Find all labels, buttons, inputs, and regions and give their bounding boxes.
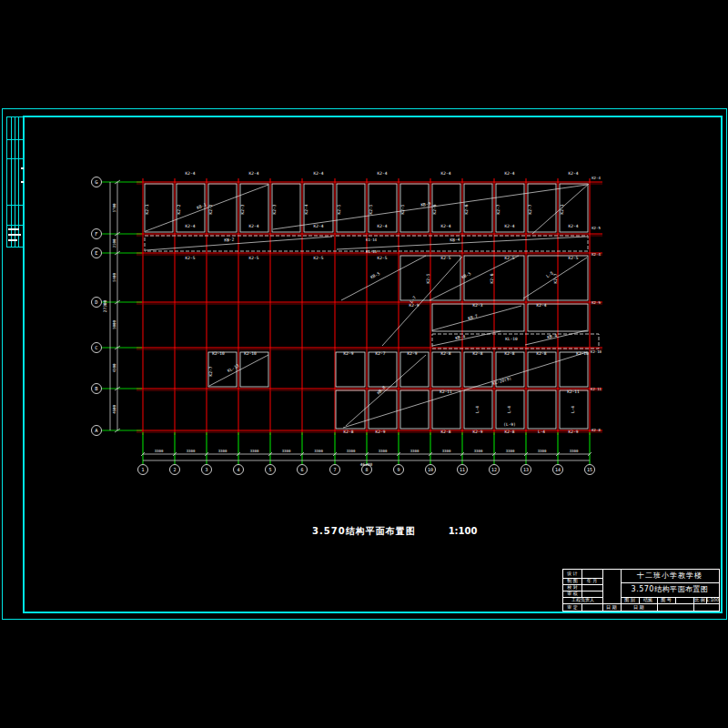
beam-label: K2-5 (441, 256, 451, 260)
dim-text: 3300 (282, 449, 291, 453)
beam-label: K2-4 (569, 171, 579, 176)
beam-label: K2-4 (505, 224, 515, 228)
col-axis-label: 4 (237, 467, 239, 472)
dim-text: 3300 (474, 449, 483, 453)
beam-label: K2-4 (378, 224, 388, 228)
dim-text: 2100 (112, 238, 116, 248)
tb-drawing-title: 3.570结构平面布置图 (621, 582, 719, 598)
beam-label: K2-11 (567, 389, 580, 394)
beam-label: K2-8 (505, 351, 515, 356)
caption-title: 3.570结构平面布置图 (312, 526, 416, 536)
beam-outline (336, 390, 365, 429)
col-axis-label: 8 (365, 467, 368, 472)
beam-label: K2-5 (337, 204, 341, 214)
beam-label: K2-5 (426, 273, 430, 283)
beam-label: KB-9 (420, 201, 431, 207)
beam-outline (560, 352, 588, 387)
beam-label: K2-5 (249, 256, 259, 260)
beam-label: K2-8 (441, 351, 451, 356)
beam-label: K2-10 (591, 349, 602, 354)
beam-label: K2-4 (505, 171, 515, 176)
beam-label: K2-10 (576, 351, 589, 356)
beam-label: K2-4 (441, 171, 451, 176)
dim-text: 3300 (570, 449, 579, 453)
beam-label: K2-4 (592, 252, 601, 257)
beam-label: K2-9 (569, 430, 579, 434)
beam-label: K2-3 (473, 303, 483, 308)
beam-label: KB-7 (468, 314, 479, 321)
beam-label: K2-9 (410, 303, 420, 308)
tb-cell (693, 603, 719, 611)
tb-project-name: 十二班小学教学楼 (621, 570, 719, 583)
beam-label: K2-8 (344, 430, 354, 434)
beam-outline (400, 390, 429, 429)
beam-label: L-4 (571, 406, 575, 413)
beam-label: K2-8 (473, 351, 483, 356)
beam-outline (369, 390, 397, 429)
row-axis-label: G (95, 179, 97, 185)
beam-label: (L-9) (503, 422, 516, 427)
beam-label: K2-4 (592, 176, 601, 180)
dim-text: 3300 (379, 449, 388, 453)
beam-label: K2-7 (208, 366, 213, 376)
tb-approve-label: 审 定 (563, 603, 582, 611)
beam-label: K2-2 (177, 204, 181, 214)
beam-label: K2-9 (592, 300, 601, 305)
beam-outline (400, 352, 429, 387)
col-axis-label: 9 (397, 467, 399, 472)
row-axis-label: D (95, 299, 97, 305)
dim-text: 4600 (112, 405, 116, 414)
beam-label: K2-4 (441, 224, 451, 228)
beam-label: K2-4 (249, 171, 259, 176)
col-axis-label: 14 (555, 467, 561, 472)
dim-text: 3300 (250, 449, 259, 453)
beam-label: KB-2 (224, 238, 234, 243)
beam-label: K2-5 (314, 256, 324, 260)
diagonal-beam-line (432, 331, 500, 346)
col-axis-label: 12 (491, 467, 497, 472)
beam-label: L-4 (507, 406, 511, 413)
structural-plan-drawing: 3300330033003300330033003300330033003300… (0, 0, 728, 728)
col-axis-label: 13 (523, 467, 529, 472)
beam-outline (432, 390, 460, 429)
row-axis-label: C (95, 345, 97, 350)
beam-label: K2-4 (569, 224, 579, 228)
beam-label: K2-4 (537, 303, 547, 308)
title-block: 设 计 制 图 年 月 校 对 审 核 工程负责人 审 定 日 期 十二班小学教… (562, 569, 720, 612)
beam-label: K2-8 (537, 351, 547, 356)
beam-outline (528, 390, 556, 429)
dim-text: 4500 (112, 363, 116, 372)
row-axis-label: B (95, 386, 98, 391)
diagonal-beam-line (382, 257, 462, 346)
dim-text: 3300 (314, 449, 323, 453)
beam-label: K2-9 (376, 430, 386, 434)
beam-label: K2-1 (145, 204, 149, 214)
beam-label: K2-9 (408, 351, 418, 356)
beam-label: L-4 (538, 430, 545, 434)
beam-label: K2-9 (344, 351, 354, 356)
beam-label: K2-5 (369, 204, 373, 214)
dim-text: 3300 (410, 449, 420, 453)
beam-label: KB-5 (369, 271, 380, 280)
row-axis-label: E (95, 250, 97, 256)
dim-text: 5000 (112, 320, 116, 329)
beam-outline (432, 352, 460, 387)
beam-label: K2-7 (496, 204, 500, 214)
dim-text: 3300 (506, 449, 515, 453)
col-axis-label: 5 (268, 467, 271, 472)
beam-label: K2-4 (186, 171, 196, 176)
tb-strip-label: 日 期 (621, 603, 658, 611)
beam-label: K2-8 (505, 430, 515, 434)
dim-text: 3300 (442, 449, 451, 453)
beam-label: K2-5 (400, 204, 405, 214)
beam-label: KL-20(9) (491, 376, 511, 386)
drawing-caption: 3.570结构平面布置图1:100 (312, 525, 477, 538)
beam-label: K2-5 (186, 256, 196, 260)
dim-total-text: 46200 (360, 462, 373, 467)
col-axis-label: 10 (428, 467, 433, 472)
beam-label: K2-11 (440, 389, 452, 394)
row-axis-label: F (95, 231, 97, 237)
beam-label: K2-3 (272, 204, 277, 214)
col-axis-label: 6 (300, 467, 303, 472)
col-axis-label: 2 (173, 467, 176, 472)
